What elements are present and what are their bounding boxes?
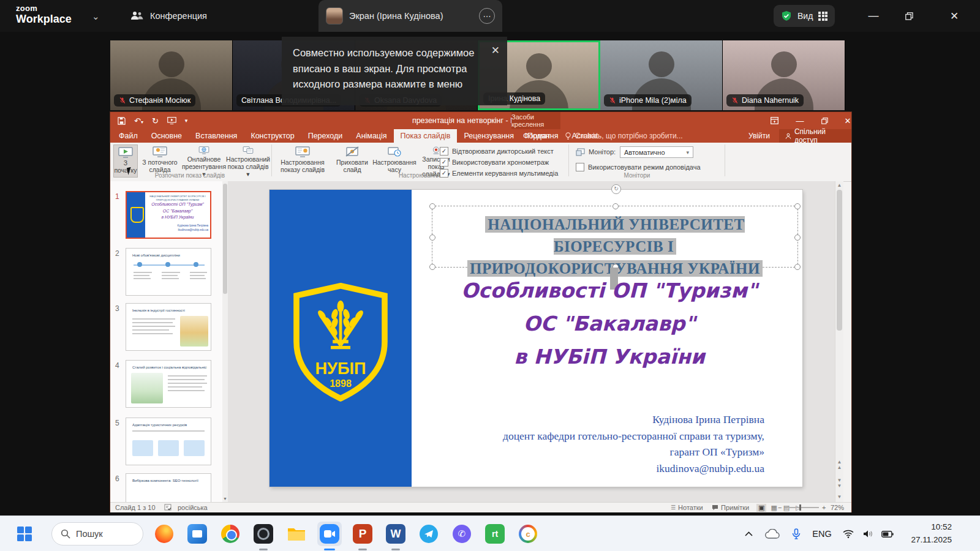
ppt-minimize-button[interactable]: — <box>788 112 812 129</box>
close-notification-icon[interactable]: ✕ <box>491 43 500 59</box>
scroll-down-icon[interactable]: ▼ <box>222 497 228 501</box>
language-indicator[interactable]: російська <box>178 503 208 512</box>
zoom-percentage[interactable]: 72% <box>831 503 844 512</box>
share-button[interactable]: Спільний доступ <box>779 129 851 143</box>
restore-button[interactable] <box>892 0 926 32</box>
ribbon-display-options-icon[interactable] <box>762 112 786 129</box>
word-app-icon[interactable]: W <box>383 522 408 546</box>
c-app-icon[interactable]: c <box>516 522 540 546</box>
resize-handle[interactable] <box>794 264 801 270</box>
start-slideshow-icon[interactable] <box>167 117 176 124</box>
onedrive-icon[interactable] <box>761 516 783 551</box>
editor-scrollbar[interactable]: ▲ ▲▲ ▼▼ ▼ <box>835 181 843 502</box>
tab-shared-screen[interactable]: Экран (Ірина Кудінова) ⋯ <box>318 0 502 32</box>
resize-handle[interactable] <box>612 203 619 209</box>
microphone-active-icon[interactable] <box>786 516 807 551</box>
zoom-slider-knob[interactable] <box>799 504 801 511</box>
tab-home[interactable]: Основне <box>145 129 189 143</box>
undo-icon[interactable]: ↶▾ <box>134 116 143 126</box>
zoom-out-button[interactable]: − <box>778 503 782 512</box>
monitor-dropdown[interactable]: Автоматично ▾ <box>620 146 693 158</box>
notification-text: Совместно используемое содержимое вписан… <box>293 47 474 89</box>
thumbnail-scrollbar[interactable]: ▼ <box>222 181 228 502</box>
ppt-close-button[interactable]: ✕ <box>835 112 860 129</box>
spellcheck-icon[interactable] <box>164 503 172 512</box>
checkbox-play-narrations[interactable]: ✓ Відтворювати дикторський текст <box>440 146 554 156</box>
tell-me-box[interactable]: Скажіть, що потрібно зробити... <box>565 129 683 143</box>
view-button[interactable]: Вид <box>774 5 835 27</box>
mic-muted-icon <box>609 97 616 104</box>
zoom-app-window: zoom Workplace ⌄ Конференция Экран (Ірин… <box>0 0 980 551</box>
video-tile[interactable]: Diana Nahernuik <box>723 40 845 110</box>
normal-view-button[interactable]: ▣ <box>756 504 766 512</box>
chrome-icon[interactable] <box>218 522 243 546</box>
resize-handle[interactable] <box>429 234 435 241</box>
resize-handle[interactable] <box>794 234 801 241</box>
checkbox-presenter-view[interactable]: Використовувати режим доповідача <box>576 162 701 172</box>
tab-animations[interactable]: Анімація <box>349 129 393 143</box>
zoom-slider[interactable] <box>787 507 819 508</box>
group-start-slideshow: Розпочати показ слайдів <box>123 172 257 179</box>
photos-app-icon[interactable] <box>185 522 209 546</box>
powerpoint-window: презентація на нетворкінг - PowerPoint ↶… <box>110 112 851 512</box>
firefox-icon[interactable] <box>152 522 176 546</box>
search-box[interactable]: Пошук <box>51 522 143 545</box>
camera-app-icon[interactable] <box>251 522 276 546</box>
resize-handle[interactable] <box>794 203 801 209</box>
tab-review[interactable]: Рецензування <box>457 129 520 143</box>
zoom-in-button[interactable]: + <box>822 503 826 512</box>
file-explorer-icon[interactable] <box>284 522 309 546</box>
windows-taskbar: Пошук P W <box>0 515 980 551</box>
rotate-handle[interactable]: ↻ <box>611 184 621 194</box>
powerpoint-app-icon[interactable]: P <box>350 522 375 546</box>
sign-in-button[interactable]: Увійти <box>748 129 770 143</box>
comments-button[interactable]: Примітки <box>712 503 749 512</box>
rt-app-icon[interactable]: rt <box>483 522 507 546</box>
minimize-button[interactable]: — <box>856 0 891 32</box>
setup-slideshow-button[interactable]: Настроювання показу слайдів <box>273 144 332 178</box>
scroll-down-icon[interactable]: ▼ <box>835 494 843 500</box>
tab-file[interactable]: Файл <box>110 129 145 143</box>
tray-chevron-up-icon[interactable] <box>738 516 759 551</box>
quick-access-toolbar: ↶▾ ↻ ▾ <box>118 112 187 129</box>
chevron-down-icon[interactable]: ⌄ <box>92 11 100 22</box>
tab-insert[interactable]: Вставлення <box>189 129 244 143</box>
video-tile[interactable]: iPhone Mila (2)міла <box>600 40 723 110</box>
zoom-workplace-logo: zoom Workplace <box>16 4 72 24</box>
tab-design[interactable]: Конструктор <box>244 129 301 143</box>
customize-qat-icon[interactable]: ▾ <box>185 118 188 124</box>
speaker-icon[interactable] <box>858 516 878 551</box>
ppt-restore-button[interactable] <box>812 112 837 129</box>
hide-slide-button[interactable]: Приховати слайд <box>333 144 371 178</box>
redo-icon[interactable]: ↻ <box>152 116 159 126</box>
more-options-icon[interactable]: ⋯ <box>479 8 495 24</box>
resize-handle[interactable] <box>429 203 435 209</box>
tab-transitions[interactable]: Переходи <box>301 129 350 143</box>
language-switcher[interactable]: ENG <box>809 516 835 551</box>
checkbox-use-timings[interactable]: ✓ Використовувати хронометраж <box>440 157 549 167</box>
wifi-icon[interactable] <box>838 516 859 551</box>
telegram-icon[interactable] <box>417 522 441 546</box>
tab-meeting[interactable]: Конференция <box>130 0 207 32</box>
clock[interactable]: 10:52 27.11.2025 <box>895 521 952 547</box>
author-block[interactable]: Кудінова Ірина Петрівна доцент кафедри г… <box>417 411 764 476</box>
battery-icon[interactable] <box>877 516 898 551</box>
dropdown-caret-icon: ▾ <box>686 149 689 156</box>
title-textbox-selected[interactable]: НАЦІОНАЛЬНИЙ УНІВЕРСИТЕТ БІОРЕСУРСІВ І П… <box>432 206 798 268</box>
close-button[interactable]: ✕ <box>937 0 971 32</box>
save-icon[interactable] <box>118 117 126 125</box>
security-shield-icon <box>781 10 792 21</box>
scroll-up-icon[interactable]: ▲ <box>835 182 843 188</box>
zoom-app-icon[interactable] <box>317 522 342 546</box>
resize-handle[interactable] <box>429 264 435 270</box>
previous-slide-button[interactable]: ▲▲ <box>835 459 843 470</box>
next-slide-button[interactable]: ▼▼ <box>835 478 843 489</box>
slide-canvas[interactable]: НУБІП 1898 НАЦІОНАЛЬНИЙ УНІВЕРСИТЕТ БІОР… <box>270 190 802 487</box>
video-tile[interactable]: Стефанія Мосіюк <box>110 40 233 110</box>
notes-button[interactable]: ☰Нотатки <box>671 503 703 512</box>
tab-slideshow[interactable]: Показ слайдів <box>394 129 458 143</box>
viber-icon[interactable]: ✆ <box>450 522 474 546</box>
tab-format[interactable]: Формат <box>516 129 557 143</box>
start-button[interactable] <box>12 522 37 546</box>
presentation-title[interactable]: Особливості ОП "Туризм" ОС "Бакалавр" в … <box>423 274 796 373</box>
